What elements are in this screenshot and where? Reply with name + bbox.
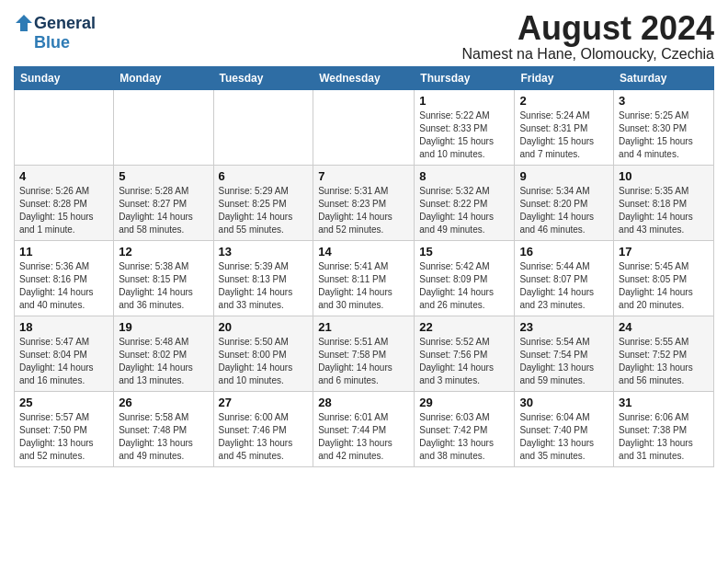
- calendar-cell: 22Sunrise: 5:52 AMSunset: 7:56 PMDayligh…: [415, 316, 515, 392]
- day-number: 14: [318, 245, 409, 259]
- weekday-header-row: SundayMondayTuesdayWednesdayThursdayFrid…: [15, 67, 714, 90]
- day-number: 19: [119, 320, 208, 334]
- day-info: Sunrise: 5:32 AMSunset: 8:22 PMDaylight:…: [419, 186, 494, 235]
- calendar-cell: 3Sunrise: 5:25 AMSunset: 8:30 PMDaylight…: [614, 90, 714, 166]
- day-info: Sunrise: 5:55 AMSunset: 7:52 PMDaylight:…: [619, 337, 693, 385]
- day-number: 29: [419, 396, 509, 409]
- day-info: Sunrise: 5:34 AMSunset: 8:20 PMDaylight:…: [519, 186, 594, 235]
- day-number: 12: [119, 245, 208, 259]
- day-info: Sunrise: 6:00 AMSunset: 7:46 PMDaylight:…: [219, 412, 293, 461]
- calendar-cell: [213, 90, 313, 166]
- day-number: 17: [619, 245, 709, 259]
- day-number: 20: [219, 320, 309, 334]
- week-row: 11Sunrise: 5:36 AMSunset: 8:16 PMDayligh…: [15, 241, 714, 316]
- day-number: 30: [519, 396, 609, 409]
- calendar-cell: 24Sunrise: 5:55 AMSunset: 7:52 PMDayligh…: [614, 316, 714, 392]
- calendar-cell: 7Sunrise: 5:31 AMSunset: 8:23 PMDaylight…: [313, 166, 415, 241]
- day-info: Sunrise: 5:48 AMSunset: 8:02 PMDaylight:…: [119, 337, 193, 385]
- day-info: Sunrise: 5:31 AMSunset: 8:23 PMDaylight:…: [318, 186, 392, 235]
- calendar-cell: [313, 90, 415, 166]
- calendar-cell: 18Sunrise: 5:47 AMSunset: 8:04 PMDayligh…: [15, 316, 114, 392]
- day-info: Sunrise: 5:51 AMSunset: 7:58 PMDaylight:…: [318, 337, 392, 385]
- weekday-header: Saturday: [614, 67, 714, 90]
- day-number: 15: [419, 245, 509, 259]
- day-number: 23: [519, 320, 609, 334]
- calendar-cell: 27Sunrise: 6:00 AMSunset: 7:46 PMDayligh…: [213, 392, 313, 467]
- day-number: 2: [519, 94, 609, 108]
- day-info: Sunrise: 5:24 AMSunset: 8:31 PMDaylight:…: [519, 110, 594, 159]
- calendar-cell: 1Sunrise: 5:22 AMSunset: 8:33 PMDaylight…: [415, 90, 515, 166]
- logo-blue: Blue: [34, 33, 70, 52]
- day-number: 4: [19, 169, 108, 183]
- day-info: Sunrise: 5:36 AMSunset: 8:16 PMDaylight:…: [19, 261, 94, 310]
- day-number: 28: [318, 396, 409, 409]
- day-info: Sunrise: 5:47 AMSunset: 8:04 PMDaylight:…: [19, 337, 94, 385]
- day-info: Sunrise: 6:04 AMSunset: 7:40 PMDaylight:…: [519, 412, 594, 461]
- day-info: Sunrise: 5:52 AMSunset: 7:56 PMDaylight:…: [419, 337, 494, 385]
- weekday-header: Tuesday: [213, 67, 313, 90]
- calendar-cell: 31Sunrise: 6:06 AMSunset: 7:38 PMDayligh…: [614, 392, 714, 467]
- weekday-header: Wednesday: [313, 67, 415, 90]
- calendar-cell: 20Sunrise: 5:50 AMSunset: 8:00 PMDayligh…: [213, 316, 313, 392]
- calendar-table: SundayMondayTuesdayWednesdayThursdayFrid…: [14, 66, 714, 467]
- header: General Blue August 2024 Namest na Hane,…: [14, 9, 714, 63]
- day-info: Sunrise: 5:35 AMSunset: 8:18 PMDaylight:…: [619, 186, 693, 235]
- calendar-cell: [114, 90, 213, 166]
- day-info: Sunrise: 5:25 AMSunset: 8:30 PMDaylight:…: [619, 110, 693, 159]
- calendar-cell: 21Sunrise: 5:51 AMSunset: 7:58 PMDayligh…: [313, 316, 415, 392]
- logo: General Blue: [14, 13, 96, 52]
- day-info: Sunrise: 5:42 AMSunset: 8:09 PMDaylight:…: [419, 261, 494, 310]
- day-number: 22: [419, 320, 509, 334]
- day-info: Sunrise: 5:57 AMSunset: 7:50 PMDaylight:…: [19, 412, 94, 461]
- day-number: 21: [318, 320, 409, 334]
- week-row: 4Sunrise: 5:26 AMSunset: 8:28 PMDaylight…: [15, 166, 714, 241]
- calendar-cell: 30Sunrise: 6:04 AMSunset: 7:40 PMDayligh…: [515, 392, 614, 467]
- calendar-cell: 16Sunrise: 5:44 AMSunset: 8:07 PMDayligh…: [515, 241, 614, 316]
- weekday-header: Friday: [515, 67, 614, 90]
- day-info: Sunrise: 5:50 AMSunset: 8:00 PMDaylight:…: [219, 337, 293, 385]
- day-number: 31: [619, 396, 709, 409]
- day-number: 27: [219, 396, 309, 409]
- calendar-cell: 2Sunrise: 5:24 AMSunset: 8:31 PMDaylight…: [515, 90, 614, 166]
- day-number: 5: [119, 169, 208, 183]
- calendar-cell: 11Sunrise: 5:36 AMSunset: 8:16 PMDayligh…: [15, 241, 114, 316]
- calendar-cell: 14Sunrise: 5:41 AMSunset: 8:11 PMDayligh…: [313, 241, 415, 316]
- day-info: Sunrise: 5:39 AMSunset: 8:13 PMDaylight:…: [219, 261, 293, 310]
- location: Namest na Hane, Olomoucky, Czechia: [462, 46, 714, 63]
- week-row: 25Sunrise: 5:57 AMSunset: 7:50 PMDayligh…: [15, 392, 714, 467]
- day-info: Sunrise: 6:06 AMSunset: 7:38 PMDaylight:…: [619, 412, 693, 461]
- calendar-cell: [15, 90, 114, 166]
- day-number: 16: [519, 245, 609, 259]
- day-info: Sunrise: 5:45 AMSunset: 8:05 PMDaylight:…: [619, 261, 693, 310]
- calendar-cell: 25Sunrise: 5:57 AMSunset: 7:50 PMDayligh…: [15, 392, 114, 467]
- day-info: Sunrise: 5:44 AMSunset: 8:07 PMDaylight:…: [519, 261, 594, 310]
- svg-marker-1: [16, 15, 32, 31]
- calendar-cell: 17Sunrise: 5:45 AMSunset: 8:05 PMDayligh…: [614, 241, 714, 316]
- calendar-cell: 19Sunrise: 5:48 AMSunset: 8:02 PMDayligh…: [114, 316, 213, 392]
- day-number: 1: [419, 94, 509, 108]
- day-info: Sunrise: 5:54 AMSunset: 7:54 PMDaylight:…: [519, 337, 594, 385]
- calendar-cell: 15Sunrise: 5:42 AMSunset: 8:09 PMDayligh…: [415, 241, 515, 316]
- day-info: Sunrise: 5:28 AMSunset: 8:27 PMDaylight:…: [119, 186, 193, 235]
- month-year: August 2024: [462, 9, 714, 48]
- weekday-header: Monday: [114, 67, 213, 90]
- logo-icon: [14, 13, 34, 33]
- day-number: 13: [219, 245, 309, 259]
- calendar-cell: 26Sunrise: 5:58 AMSunset: 7:48 PMDayligh…: [114, 392, 213, 467]
- day-info: Sunrise: 5:26 AMSunset: 8:28 PMDaylight:…: [19, 186, 94, 235]
- day-info: Sunrise: 5:58 AMSunset: 7:48 PMDaylight:…: [119, 412, 193, 461]
- week-row: 1Sunrise: 5:22 AMSunset: 8:33 PMDaylight…: [15, 90, 714, 166]
- weekday-header: Thursday: [415, 67, 515, 90]
- calendar-cell: 10Sunrise: 5:35 AMSunset: 8:18 PMDayligh…: [614, 166, 714, 241]
- day-number: 9: [519, 169, 609, 183]
- day-info: Sunrise: 5:22 AMSunset: 8:33 PMDaylight:…: [419, 110, 494, 159]
- calendar-cell: 29Sunrise: 6:03 AMSunset: 7:42 PMDayligh…: [415, 392, 515, 467]
- calendar-cell: 5Sunrise: 5:28 AMSunset: 8:27 PMDaylight…: [114, 166, 213, 241]
- title-block: August 2024 Namest na Hane, Olomoucky, C…: [462, 9, 714, 63]
- calendar-cell: 23Sunrise: 5:54 AMSunset: 7:54 PMDayligh…: [515, 316, 614, 392]
- day-info: Sunrise: 6:03 AMSunset: 7:42 PMDaylight:…: [419, 412, 494, 461]
- calendar-cell: 12Sunrise: 5:38 AMSunset: 8:15 PMDayligh…: [114, 241, 213, 316]
- day-number: 18: [19, 320, 108, 334]
- day-number: 6: [219, 169, 309, 183]
- day-number: 7: [318, 169, 409, 183]
